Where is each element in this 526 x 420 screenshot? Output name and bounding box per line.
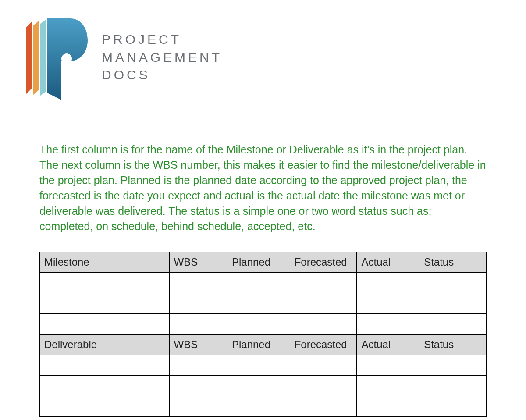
table-row <box>40 314 487 335</box>
cell <box>419 293 487 314</box>
brand-title-line2: MANAGEMENT <box>102 49 222 67</box>
col-header-actual: Actual <box>357 252 419 273</box>
brand-logo <box>26 18 88 103</box>
cell <box>357 376 419 396</box>
col-header-actual: Actual <box>357 335 419 355</box>
col-header-status: Status <box>419 335 487 355</box>
col-header-wbs: WBS <box>169 252 227 273</box>
description-paragraph: The first column is for the name of the … <box>39 142 487 234</box>
col-header-wbs: WBS <box>169 335 227 355</box>
cell <box>169 396 227 417</box>
cell <box>40 293 170 314</box>
cell <box>357 314 419 335</box>
cell <box>419 355 487 376</box>
cell <box>227 314 290 335</box>
cell <box>419 273 487 293</box>
brand-title-line1: PROJECT <box>102 31 222 49</box>
col-header-forecasted: Forecasted <box>290 252 357 273</box>
cell <box>227 293 290 314</box>
cell <box>227 376 290 396</box>
cell <box>40 314 170 335</box>
brand-title: PROJECT MANAGEMENT DOCS <box>102 18 222 84</box>
table-row <box>40 376 487 396</box>
cell <box>357 396 419 417</box>
col-header-deliverable: Deliverable <box>40 335 170 355</box>
table-row <box>40 293 487 314</box>
milestone-deliverable-table: Milestone WBS Planned Forecasted Actual … <box>39 252 487 417</box>
cell <box>227 396 290 417</box>
deliverable-header-row: Deliverable WBS Planned Forecasted Actua… <box>40 335 487 355</box>
cell <box>40 396 170 417</box>
cell <box>419 314 487 335</box>
document-header: PROJECT MANAGEMENT DOCS <box>26 18 500 103</box>
col-header-planned: Planned <box>227 252 290 273</box>
cell <box>169 293 227 314</box>
document-page: PROJECT MANAGEMENT DOCS The first column… <box>0 0 526 420</box>
brand-title-line3: DOCS <box>102 66 222 84</box>
cell <box>357 293 419 314</box>
col-header-milestone: Milestone <box>40 252 170 273</box>
milestone-header-row: Milestone WBS Planned Forecasted Actual … <box>40 252 487 273</box>
cell <box>419 376 487 396</box>
table-row <box>40 355 487 376</box>
cell <box>40 355 170 376</box>
cell <box>357 273 419 293</box>
cell <box>290 273 357 293</box>
cell <box>419 396 487 417</box>
cell <box>169 273 227 293</box>
col-header-status: Status <box>419 252 487 273</box>
cell <box>169 355 227 376</box>
cell <box>290 376 357 396</box>
cell <box>40 273 170 293</box>
cell <box>290 396 357 417</box>
cell <box>290 293 357 314</box>
col-header-planned: Planned <box>227 335 290 355</box>
cell <box>227 355 290 376</box>
cell <box>357 355 419 376</box>
cell <box>40 376 170 396</box>
table-row <box>40 273 487 293</box>
cell <box>227 273 290 293</box>
table-row <box>40 396 487 417</box>
logo-icon <box>26 18 88 101</box>
svg-point-0 <box>61 53 72 64</box>
col-header-forecasted: Forecasted <box>290 335 357 355</box>
cell <box>290 314 357 335</box>
cell <box>169 314 227 335</box>
cell <box>290 355 357 376</box>
cell <box>169 376 227 396</box>
